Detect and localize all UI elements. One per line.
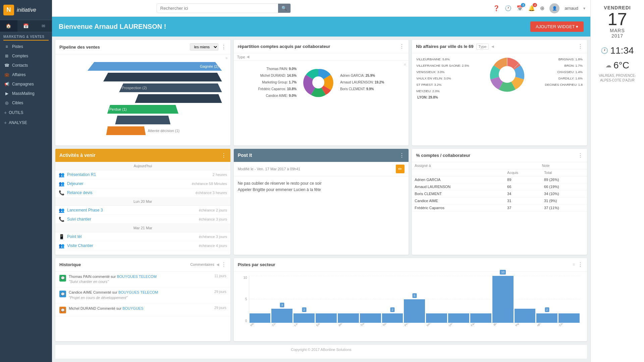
search-button[interactable]: 🔍 xyxy=(278,4,290,13)
activity-due-point: échéance 3 jours xyxy=(199,235,227,239)
pistes-bar[interactable]: 2 xyxy=(293,313,315,323)
pistes-bar-label: hologramme... xyxy=(426,323,446,330)
search-box: 🔍 xyxy=(157,3,291,13)
comptes-row-adrien-name: Adrien GARCIA xyxy=(412,176,504,183)
help-icon[interactable]: ❓ xyxy=(493,5,500,11)
activites-date-mar: Mar 21 Mar xyxy=(55,224,230,232)
table-row: Boris CLEMENT 34 34 (10%) xyxy=(412,190,587,197)
history-icon[interactable]: 🕐 xyxy=(505,5,512,11)
nbaffaires-menu-icon[interactable]: ⋮ xyxy=(578,43,583,50)
footer-text: Copyright © 2017 ABonline Solutions xyxy=(291,348,352,352)
activity-link-lancement[interactable]: Lancement Phase 3 xyxy=(67,208,103,213)
sidebar-item-massmailing[interactable]: ▶ MassMailing xyxy=(0,89,52,98)
activity-due-dejeuner: échéance 58 Minutes xyxy=(192,182,227,186)
outils-label: OUTILS xyxy=(9,110,23,115)
activity-icon-users-1: 👥 xyxy=(59,172,64,177)
pipeline-menu-icon[interactable]: ⋮ xyxy=(221,44,226,50)
analyse-label: ANALYSE xyxy=(9,120,27,125)
pistes-bar[interactable]: 10 xyxy=(492,276,514,323)
pistes-chart: 10 5 0 3225102 Interactive 4D xyxy=(237,273,584,336)
nbaffaires-filter-arrow[interactable]: ◀ xyxy=(491,45,494,48)
pipeline-title: Pipeline des ventes xyxy=(59,45,100,50)
stage-attente-label: Attente décision (1) xyxy=(148,129,179,133)
sidebar-item-affaires[interactable]: 💼 Affaires xyxy=(0,70,52,79)
nbaffaires-type[interactable]: Type xyxy=(476,44,489,50)
search-input[interactable] xyxy=(157,4,278,13)
pistes-bar-label: Conseil en s... xyxy=(271,323,292,330)
postit-menu-icon[interactable]: ⋮ xyxy=(399,152,405,159)
pistes-bar[interactable]: 2 xyxy=(382,313,403,323)
calendar-month: Mars xyxy=(610,28,625,33)
logo-text: initiative xyxy=(17,7,36,13)
pistes-bar[interactable]: 3 xyxy=(271,309,292,323)
activites-menu-icon[interactable]: ⋮ xyxy=(221,152,226,159)
historique-filter-arrow[interactable]: ◀ xyxy=(216,262,219,267)
add-icon[interactable]: ⊕ xyxy=(540,5,544,11)
nav-mail-button[interactable]: ✉ xyxy=(35,20,52,32)
sidebar-analyse[interactable]: ANALYSE xyxy=(0,118,52,128)
activity-link-presentation[interactable]: Présentation R1 xyxy=(67,172,96,177)
comptes-row-candice-name: Candice AIME xyxy=(412,197,504,204)
sidebar-item-comptes[interactable]: ⊞ Comptes xyxy=(0,51,52,61)
pistes-bar[interactable] xyxy=(558,313,580,323)
hist-link-bouygues-2[interactable]: BOUYGUES TELECOM xyxy=(118,290,158,294)
pistes-bar-label: optimisation ... xyxy=(536,323,557,330)
legend-marketing: Marketing Group: 1.7% xyxy=(258,79,297,86)
city-meyzieu: MEYZIEU: 2.0% xyxy=(416,88,469,94)
nav-calendar-button[interactable]: 📅 xyxy=(17,20,35,32)
activity-link-relance[interactable]: Relance devis xyxy=(67,190,92,195)
postit-widget: Post It ⋮ Modifié le - Ven. 17 Mar 2017 … xyxy=(234,149,409,255)
pistes-bar[interactable]: 2 xyxy=(536,313,557,323)
pistes-bar[interactable] xyxy=(470,313,491,323)
pistes-bar[interactable] xyxy=(515,309,536,323)
activity-link-dejeuner[interactable]: Déjeuner xyxy=(67,181,84,186)
pistes-bar[interactable] xyxy=(360,313,381,323)
pipeline-scroll-icon[interactable]: ≡ xyxy=(225,56,227,60)
pistes-bar[interactable] xyxy=(338,313,359,323)
hist-link-bouygues-1[interactable]: BOUYGUES TELECOM xyxy=(117,275,156,279)
historique-filter-label[interactable]: Commentaires xyxy=(190,262,214,266)
activity-link-point[interactable]: Point tél xyxy=(67,234,82,239)
add-widget-button[interactable]: AJOUTER WIDGET ▾ xyxy=(530,21,584,32)
nav-home-button[interactable]: 🏠 xyxy=(0,20,17,32)
repartition-menu-icon[interactable]: ⋮ xyxy=(399,43,405,50)
sidebar-item-campagnes[interactable]: 📢 Campagnes xyxy=(0,79,52,89)
notification-icon[interactable]: 🔔4 xyxy=(528,5,535,11)
city-bron: BRON: 1.7% xyxy=(545,62,583,69)
activity-icon-users-2: 👥 xyxy=(59,181,64,186)
sidebar-item-pistes[interactable]: ≡ Pistes xyxy=(0,42,52,51)
pistes-bar[interactable] xyxy=(250,313,271,323)
activity-link-visite[interactable]: Visite Chantier xyxy=(67,243,93,248)
calendar-icon[interactable]: 📅3 xyxy=(517,5,523,11)
hist-icon-3: 💬 xyxy=(59,307,66,313)
comptes-menu-icon[interactable]: ⋮ xyxy=(578,152,583,159)
location-text: VALREAS, PROVENCE-ALPES-COTE D'AZUR xyxy=(594,73,641,83)
pistes-bar[interactable] xyxy=(448,313,469,323)
hist-date-2: 29 jours xyxy=(214,290,226,300)
pipeline-filter-select[interactable]: les miens xyxy=(190,43,218,51)
pistes-menu-icon[interactable]: ⋮ xyxy=(578,261,583,268)
pipeline-widget: Pipeline des ventes les miens ⋮ ≡ Gagné xyxy=(55,40,230,145)
hist-content-3: Michel DURAND Commenté sur BOUYGUES xyxy=(69,306,212,313)
time-display: 🕐 11:34 xyxy=(601,45,634,56)
sidebar-item-cibles[interactable]: ◎ Cibles xyxy=(0,98,52,108)
city-venissieux: VENISSIEUX: 3.0% xyxy=(416,69,469,75)
sidebar: N initiative 🏠 📅 ✉ MARKETING & VENTES ≡ … xyxy=(0,0,52,362)
comptes-row-arnaud-name: Arnaud LAURENSON xyxy=(412,183,504,190)
postit-edit-button[interactable]: ✏ xyxy=(396,165,405,173)
pistes-bar[interactable] xyxy=(426,313,447,323)
user-name[interactable]: arnaud xyxy=(565,6,578,11)
activity-link-suivi[interactable]: Suivi chantier xyxy=(67,217,91,222)
pistes-bar[interactable]: 5 xyxy=(404,299,425,323)
hist-icon-1: 💬 xyxy=(59,275,66,282)
historique-menu-icon[interactable]: ⋮ xyxy=(221,261,226,268)
repartition-filter-icon[interactable]: ◀ xyxy=(247,55,249,59)
pistes-bar[interactable] xyxy=(316,313,337,323)
user-dropdown-icon[interactable]: ▾ xyxy=(583,6,585,11)
legend-boris: Boris CLEMENT: 9.9% xyxy=(340,86,384,93)
sidebar-item-contacts[interactable]: ☎ Contacts xyxy=(0,61,52,70)
hist-link-bouygues-3[interactable]: BOUYGUES xyxy=(122,306,143,310)
pistes-header: Pistes par secteur ≡ ⋮ xyxy=(234,258,587,272)
logo-icon: N xyxy=(3,5,14,15)
sidebar-outils[interactable]: OUTILS xyxy=(0,108,52,118)
